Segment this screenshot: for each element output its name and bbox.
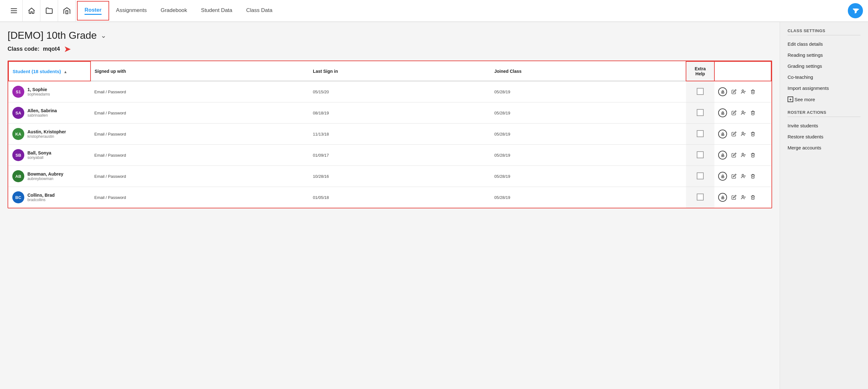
lock-button[interactable] (718, 108, 727, 117)
edit-button[interactable] (732, 89, 737, 94)
student-cell-2: KA Austin, Kristopher kristopheraustin (8, 124, 91, 145)
extra-help-cell (686, 187, 714, 208)
home-button[interactable] (23, 0, 40, 22)
edit-button[interactable] (732, 131, 737, 136)
student-name: Allen, Sabrina (27, 108, 57, 113)
svg-marker-4 (853, 8, 858, 13)
joined-class-cell: 05/28/19 (491, 187, 686, 208)
lock-button[interactable] (718, 130, 727, 138)
svg-point-21 (722, 155, 723, 156)
student-cell-3: SB Ball, Sonya sonyaball (8, 145, 91, 166)
extra-help-cell (686, 102, 714, 124)
filter-button[interactable] (848, 3, 863, 18)
joined-class-cell: 05/28/19 (491, 145, 686, 166)
class-dropdown-arrow[interactable]: ⌄ (101, 32, 106, 40)
class-settings-title: CLASS SETTINGS (787, 28, 861, 35)
sidebar-invite-students[interactable]: Invite students (787, 120, 861, 131)
sidebar-grading-settings[interactable]: Grading settings (787, 61, 861, 71)
content-area: [DEMO] 10th Grade ⌄ Class code: mqot4 ➤ … (0, 22, 780, 389)
table-row: KA Austin, Kristopher kristopheraustin E… (8, 124, 771, 145)
student-info: Allen, Sabrina sabrinaallen (27, 108, 57, 118)
add-user-button[interactable] (741, 174, 746, 179)
folder-button[interactable] (40, 0, 58, 22)
extra-help-checkbox[interactable] (697, 130, 704, 137)
class-title-row: [DEMO] 10th Grade ⌄ (7, 30, 780, 41)
add-user-button[interactable] (741, 89, 746, 94)
last-sign-in-cell: 01/05/18 (309, 187, 491, 208)
extra-help-checkbox[interactable] (697, 194, 704, 200)
delete-button[interactable] (750, 174, 755, 179)
actions-cell (714, 187, 771, 208)
lock-button[interactable] (718, 172, 727, 181)
hamburger-menu-button[interactable] (5, 0, 23, 22)
roster-table-container: Student (18 students) ▲ Signed up with L… (7, 61, 772, 208)
student-username: sophieadams (27, 92, 50, 96)
extra-help-cell (686, 81, 714, 102)
sidebar-edit-class-details[interactable]: Edit class details (787, 38, 861, 50)
add-user-button[interactable] (741, 153, 746, 158)
edit-button[interactable] (732, 174, 737, 179)
edit-button[interactable] (732, 110, 737, 116)
joined-class-cell: 05/28/19 (491, 102, 686, 124)
school-button[interactable] (58, 0, 76, 22)
delete-button[interactable] (750, 153, 755, 158)
delete-button[interactable] (750, 131, 755, 136)
see-more-plus-icon: + (787, 96, 793, 102)
add-user-button[interactable] (741, 110, 746, 116)
sidebar-import-assignments[interactable]: Import assignments (787, 83, 861, 94)
avatar: S1 (12, 86, 24, 98)
signed-up-cell: Email / Password (91, 102, 309, 124)
tab-student-data[interactable]: Student Data (194, 0, 239, 22)
extra-help-cell (686, 124, 714, 145)
student-name: Ball, Sonya (27, 150, 51, 155)
sidebar-divider: ROSTER ACTIONS (787, 110, 861, 117)
svg-point-27 (742, 174, 743, 176)
col-header-signed-up: Signed up with (91, 62, 309, 81)
student-cell-4: AB Bowman, Aubrey aubreybowman (8, 166, 91, 187)
nav-tabs: Roster Assignments Gradebook Student Dat… (77, 0, 279, 22)
extra-help-checkbox[interactable] (697, 88, 704, 95)
edit-button[interactable] (732, 195, 737, 200)
extra-help-checkbox[interactable] (697, 109, 704, 116)
avatar: AB (12, 170, 24, 182)
svg-point-6 (722, 92, 723, 93)
actions-cell (714, 81, 771, 102)
tab-gradebook[interactable]: Gradebook (154, 0, 194, 22)
lock-button[interactable] (718, 193, 727, 202)
actions-cell (714, 166, 771, 187)
actions-cell (714, 145, 771, 166)
lock-button[interactable] (718, 151, 727, 160)
last-sign-in-cell: 05/15/20 (309, 81, 491, 102)
delete-button[interactable] (750, 195, 755, 200)
delete-button[interactable] (750, 110, 755, 116)
tab-assignments[interactable]: Assignments (109, 0, 154, 22)
sort-icon[interactable]: ▲ (64, 70, 67, 74)
edit-button[interactable] (732, 153, 737, 158)
table-row: S1 1, Sophie sophieadams Email / Passwor… (8, 81, 771, 102)
tab-roster[interactable]: Roster (77, 1, 109, 21)
lock-button[interactable] (718, 87, 727, 96)
last-sign-in-cell: 01/09/17 (309, 145, 491, 166)
last-sign-in-cell: 11/13/18 (309, 124, 491, 145)
sidebar-reading-settings[interactable]: Reading settings (787, 50, 861, 61)
sidebar-see-more[interactable]: + See more (787, 94, 861, 105)
add-user-button[interactable] (741, 195, 746, 200)
avatar: BC (12, 191, 24, 203)
tab-class-data[interactable]: Class Data (239, 0, 279, 22)
table-row: SB Ball, Sonya sonyaball Email / Passwor… (8, 145, 771, 166)
signed-up-cell: Email / Password (91, 187, 309, 208)
extra-help-checkbox[interactable] (697, 172, 704, 180)
add-user-button[interactable] (741, 131, 746, 136)
roster-actions-title: ROSTER ACTIONS (787, 110, 861, 117)
student-username: aubreybowman (27, 176, 63, 181)
delete-button[interactable] (750, 89, 755, 94)
actions-cell (714, 102, 771, 124)
class-code-row: Class code: mqot4 ➤ (7, 44, 780, 54)
extra-help-checkbox[interactable] (697, 151, 704, 158)
sidebar-co-teaching[interactable]: Co-teaching (787, 71, 861, 83)
class-code-label: Class code: mqot4 (7, 46, 60, 52)
sidebar-restore-students[interactable]: Restore students (787, 131, 861, 142)
sidebar-merge-accounts[interactable]: Merge accounts (787, 142, 861, 153)
student-username: sonyaball (27, 155, 51, 160)
avatar: SB (12, 149, 24, 161)
